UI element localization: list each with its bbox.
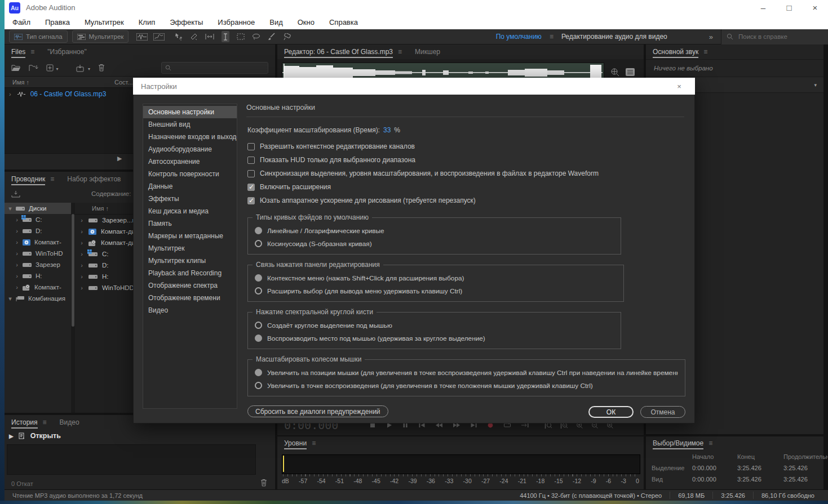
expand-caret-icon[interactable]: › — [5, 91, 17, 97]
category-audio-hardware[interactable]: Аудиооборудование — [143, 143, 237, 155]
selection-duration[interactable]: 3:25.426 — [783, 465, 828, 471]
category-markers-metadata[interactable]: Маркеры и метаданные — [143, 230, 237, 242]
checkbox-row[interactable]: Юзать аппаратное ускорение для рисования… — [247, 194, 684, 207]
column-status[interactable]: Сост... — [114, 79, 133, 86]
multitrack-view-button[interactable]: Мультитрек — [72, 30, 129, 43]
checkbox-icon[interactable] — [247, 170, 255, 177]
tab-favorites[interactable]: "Избранное" — [47, 46, 86, 58]
category-effects[interactable]: Эффекты — [143, 193, 237, 205]
tab-files[interactable]: Files — [11, 46, 25, 58]
radio-row[interactable]: Создаёт круглое выделение под мышью — [255, 319, 614, 332]
explorer-panel-menu-icon[interactable]: ≡ — [50, 175, 54, 183]
view-start[interactable]: 0:00.000 — [692, 476, 737, 483]
tree-row-wintohdd[interactable]: › WinToHD — [5, 248, 71, 259]
category-channel-mapping[interactable]: Назначение входов и выходов — [143, 131, 237, 143]
menu-item-help[interactable]: Справка — [329, 18, 358, 26]
workspace-overflow-icon[interactable]: » — [709, 33, 713, 41]
editor-panel-menu-icon[interactable]: ≡ — [398, 48, 402, 56]
tree-row-c[interactable]: › C: — [5, 214, 71, 225]
spot-heal-tool-icon[interactable] — [283, 33, 291, 41]
caret-right-icon[interactable]: › — [11, 250, 23, 257]
open-folder-icon[interactable] — [11, 64, 21, 72]
radio-row[interactable]: Расширить выбор (для вывода меню удержив… — [255, 284, 617, 297]
razor-tool-icon[interactable] — [190, 33, 198, 41]
radio-row[interactable]: Увеличить в точке воспроизведения (для у… — [255, 379, 678, 392]
menu-item-view[interactable]: Вид — [269, 18, 283, 26]
tab-effects-rack[interactable]: Набор эффектов — [67, 173, 121, 185]
essential-sound-menu-icon[interactable]: ≡ — [703, 48, 707, 56]
category-memory[interactable]: Память — [143, 217, 237, 230]
history-trash-icon[interactable] — [260, 479, 267, 487]
menu-item-clip[interactable]: Клип — [139, 18, 155, 26]
workspace-default-tab[interactable]: По умолчанию — [496, 33, 542, 41]
checkbox-icon[interactable] — [247, 143, 255, 150]
caret-right-icon[interactable]: › — [11, 273, 23, 279]
menu-item-file[interactable]: Файл — [12, 18, 30, 26]
caret-down-icon[interactable]: ▾ — [5, 205, 16, 212]
tab-explorer[interactable]: Проводник — [11, 173, 45, 185]
radio-row[interactable]: Линейные / Логарифмические кривые — [255, 224, 614, 237]
minimize-button[interactable]: – — [750, 0, 776, 15]
checkbox-row[interactable]: Разрешить контекстное редактирование кан… — [247, 140, 684, 153]
tree-row-drives[interactable]: ▾ Диски — [5, 203, 71, 214]
lasso-tool-icon[interactable] — [252, 33, 260, 40]
files-panel-menu-icon[interactable]: ≡ — [30, 48, 34, 56]
radio-icon[interactable] — [255, 322, 262, 329]
menu-item-favorites[interactable]: Избранное — [218, 18, 255, 26]
spectral-display-icon[interactable] — [153, 33, 165, 41]
radio-icon[interactable] — [255, 227, 262, 234]
ibeam-tool-active[interactable] — [222, 31, 229, 42]
menu-item-effects[interactable]: Эффекты — [170, 18, 203, 26]
tree-scrollbar[interactable] — [71, 203, 75, 413]
radio-row[interactable]: Косинусоида (S-образная кривая) — [255, 237, 614, 250]
new-item-button[interactable]: ▾ — [46, 63, 58, 73]
zoom-navigate-icon[interactable] — [610, 67, 620, 77]
tab-levels[interactable]: Уровни — [284, 437, 307, 449]
category-spectral-display[interactable]: Отображение спектра — [143, 279, 237, 292]
caret-right-icon[interactable]: › — [11, 261, 23, 268]
trash-icon[interactable] — [98, 64, 105, 72]
radio-row[interactable]: Контекстное меню (нажать Shift+Click для… — [255, 271, 617, 284]
checkbox-icon[interactable] — [247, 184, 255, 191]
files-search-input[interactable] — [175, 64, 262, 72]
tab-mixer[interactable]: Микшер — [415, 46, 440, 58]
category-control-surface[interactable]: Контроль поверхности — [143, 168, 237, 180]
marquee-tool-icon[interactable] — [237, 33, 245, 40]
menu-item-edit[interactable]: Правка — [45, 18, 70, 26]
checkbox-row[interactable]: Синхронизация выделения, уровня масштаби… — [247, 167, 684, 180]
radio-icon[interactable] — [255, 334, 262, 342]
tab-selection-view[interactable]: Выбор/Видимое — [653, 437, 703, 449]
category-video[interactable]: Видео — [143, 304, 237, 316]
tab-editor[interactable]: Редактор: 06 - Castle Of Glass.mp3 — [284, 46, 393, 58]
category-multitrack-clips[interactable]: Мультитрек клипы — [143, 255, 237, 267]
brush-tool-icon[interactable] — [268, 33, 276, 41]
tab-essential-sound[interactable]: Основной звук — [653, 46, 698, 58]
tree-row-reserved[interactable]: › Зарезер — [5, 259, 71, 270]
dialog-title-bar[interactable]: Настройки × — [133, 78, 695, 95]
category-auto-save[interactable]: Автосохранение — [143, 155, 237, 168]
waveform-view-button[interactable]: Тип сигнала — [9, 30, 68, 43]
category-data[interactable]: Данные — [143, 180, 237, 193]
workspace-video-tab[interactable]: Редактирование аудио для видео — [561, 33, 667, 41]
selection-view-menu-icon[interactable]: ≡ — [709, 439, 712, 447]
category-media-cache[interactable]: Кеш диска и медиа — [143, 205, 237, 217]
zoom-factor-value[interactable]: 33 — [383, 126, 391, 134]
export-button[interactable]: ▾ — [76, 63, 90, 73]
caret-down-icon[interactable]: ▾ — [5, 295, 16, 302]
list-menu-icon[interactable] — [626, 68, 635, 76]
ok-button[interactable]: ОК — [588, 406, 634, 418]
reset-warnings-button[interactable]: Сбросить все диалоги предупреждений — [247, 405, 388, 417]
move-tool-icon[interactable] — [175, 33, 183, 41]
selection-end[interactable]: 3:25.426 — [737, 465, 783, 471]
category-multitrack[interactable]: Мультитрек — [143, 242, 237, 255]
view-duration[interactable]: 3:25.426 — [783, 476, 828, 483]
tree-row-combination[interactable]: ▾ Комбинация — [5, 293, 71, 304]
checkbox-row[interactable]: Показать HUD только для выбранного диапа… — [247, 153, 684, 167]
import-file-icon[interactable] — [29, 64, 38, 72]
maximize-button[interactable]: □ — [776, 0, 802, 15]
caret-right-icon[interactable]: › — [11, 239, 23, 246]
checkbox-icon[interactable] — [247, 197, 255, 204]
tree-row-h[interactable]: › H: — [5, 270, 71, 282]
category-playback-recording[interactable]: Playback and Recording — [143, 267, 237, 279]
time-selection-tool-icon[interactable] — [205, 33, 214, 40]
